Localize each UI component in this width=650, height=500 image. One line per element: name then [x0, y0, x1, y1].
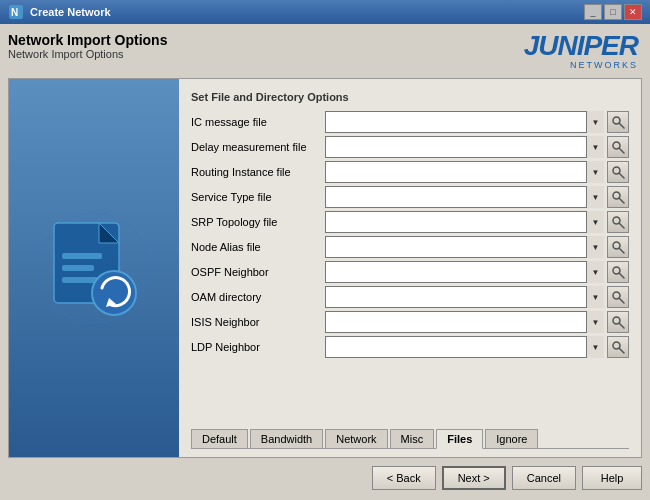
back-button[interactable]: < Back [372, 466, 436, 490]
form-select-wrapper-1: ▼ [325, 136, 629, 158]
page-subtitle: Network Import Options [8, 48, 167, 60]
header-title: Network Import Options Network Import Op… [8, 32, 167, 60]
select-wrapper-1: ▼ [325, 136, 604, 158]
form-select-wrapper-2: ▼ [325, 161, 629, 183]
browse-icon-5 [611, 240, 625, 254]
select-wrapper-9: ▼ [325, 336, 604, 358]
tab-bandwidth[interactable]: Bandwidth [250, 429, 323, 448]
tab-files[interactable]: Files [436, 429, 483, 449]
browse-button-7[interactable] [607, 286, 629, 308]
form-row: ISIS Neighbor ▼ [191, 311, 629, 333]
form-label-4: SRP Topology file [191, 216, 321, 228]
tabs-area: DefaultBandwidthNetworkMiscFilesIgnore [191, 429, 629, 449]
tab-network[interactable]: Network [325, 429, 387, 448]
form-label-8: ISIS Neighbor [191, 316, 321, 328]
select-wrapper-4: ▼ [325, 211, 604, 233]
svg-line-15 [620, 149, 625, 154]
select-8[interactable] [325, 311, 604, 333]
browse-button-3[interactable] [607, 186, 629, 208]
select-6[interactable] [325, 261, 604, 283]
select-wrapper-8: ▼ [325, 311, 604, 333]
next-button[interactable]: Next > [442, 466, 506, 490]
select-wrapper-0: ▼ [325, 111, 604, 133]
network-graphic [34, 208, 154, 328]
maximize-button[interactable]: □ [604, 4, 622, 20]
select-9[interactable] [325, 336, 604, 358]
svg-line-23 [620, 249, 625, 254]
svg-line-19 [620, 199, 625, 204]
title-bar-text: Create Network [30, 6, 111, 18]
browse-icon-3 [611, 190, 625, 204]
select-2[interactable] [325, 161, 604, 183]
form-row: SRP Topology file ▼ [191, 211, 629, 233]
select-wrapper-7: ▼ [325, 286, 604, 308]
form-row: Routing Instance file ▼ [191, 161, 629, 183]
form-select-wrapper-6: ▼ [325, 261, 629, 283]
browse-icon-9 [611, 340, 625, 354]
title-bar: N Create Network _ □ ✕ [0, 0, 650, 24]
form-select-wrapper-9: ▼ [325, 336, 629, 358]
form-row: Delay measurement file ▼ [191, 136, 629, 158]
form-select-wrapper-4: ▼ [325, 211, 629, 233]
form-row: OAM directory ▼ [191, 286, 629, 308]
form-select-wrapper-5: ▼ [325, 236, 629, 258]
form-row: OSPF Neighbor ▼ [191, 261, 629, 283]
form-select-wrapper-8: ▼ [325, 311, 629, 333]
select-0[interactable] [325, 111, 604, 133]
svg-point-22 [613, 242, 620, 249]
tabs-border [191, 448, 629, 449]
select-1[interactable] [325, 136, 604, 158]
select-wrapper-2: ▼ [325, 161, 604, 183]
main-window: Network Import Options Network Import Op… [0, 24, 650, 500]
svg-point-24 [613, 267, 620, 274]
browse-icon-1 [611, 140, 625, 154]
content-area: Set File and Directory Options IC messag… [8, 78, 642, 458]
browse-button-0[interactable] [607, 111, 629, 133]
form-row: LDP Neighbor ▼ [191, 336, 629, 358]
form-label-9: LDP Neighbor [191, 341, 321, 353]
form-label-5: Node Alias file [191, 241, 321, 253]
form-label-0: IC message file [191, 116, 321, 128]
form-row: Service Type file ▼ [191, 186, 629, 208]
sidebar-icon-area [9, 79, 179, 457]
cancel-button[interactable]: Cancel [512, 466, 576, 490]
browse-icon-0 [611, 115, 625, 129]
svg-point-30 [613, 342, 620, 349]
browse-icon-2 [611, 165, 625, 179]
tabs: DefaultBandwidthNetworkMiscFilesIgnore [191, 429, 629, 448]
select-7[interactable] [325, 286, 604, 308]
juniper-name: JUNIPER [524, 32, 638, 60]
tab-misc[interactable]: Misc [390, 429, 435, 448]
form-row: IC message file ▼ [191, 111, 629, 133]
header: Network Import Options Network Import Op… [8, 32, 642, 70]
select-5[interactable] [325, 236, 604, 258]
browse-button-9[interactable] [607, 336, 629, 358]
svg-line-29 [620, 324, 625, 329]
juniper-networks: NETWORKS [570, 60, 638, 70]
page-title: Network Import Options [8, 32, 167, 48]
svg-line-27 [620, 299, 625, 304]
browse-button-5[interactable] [607, 236, 629, 258]
form-row: Node Alias file ▼ [191, 236, 629, 258]
form-label-3: Service Type file [191, 191, 321, 203]
tab-default[interactable]: Default [191, 429, 248, 448]
select-4[interactable] [325, 211, 604, 233]
minimize-button[interactable]: _ [584, 4, 602, 20]
close-button[interactable]: ✕ [624, 4, 642, 20]
browse-button-1[interactable] [607, 136, 629, 158]
select-3[interactable] [325, 186, 604, 208]
browse-button-4[interactable] [607, 211, 629, 233]
svg-line-31 [620, 349, 625, 354]
tab-ignore[interactable]: Ignore [485, 429, 538, 448]
select-wrapper-3: ▼ [325, 186, 604, 208]
svg-rect-9 [62, 277, 98, 283]
help-button[interactable]: Help [582, 466, 642, 490]
svg-line-13 [620, 124, 625, 129]
form-label-7: OAM directory [191, 291, 321, 303]
browse-button-6[interactable] [607, 261, 629, 283]
browse-button-8[interactable] [607, 311, 629, 333]
svg-text:N: N [11, 7, 18, 18]
browse-button-2[interactable] [607, 161, 629, 183]
browse-icon-6 [611, 265, 625, 279]
svg-line-17 [620, 174, 625, 179]
